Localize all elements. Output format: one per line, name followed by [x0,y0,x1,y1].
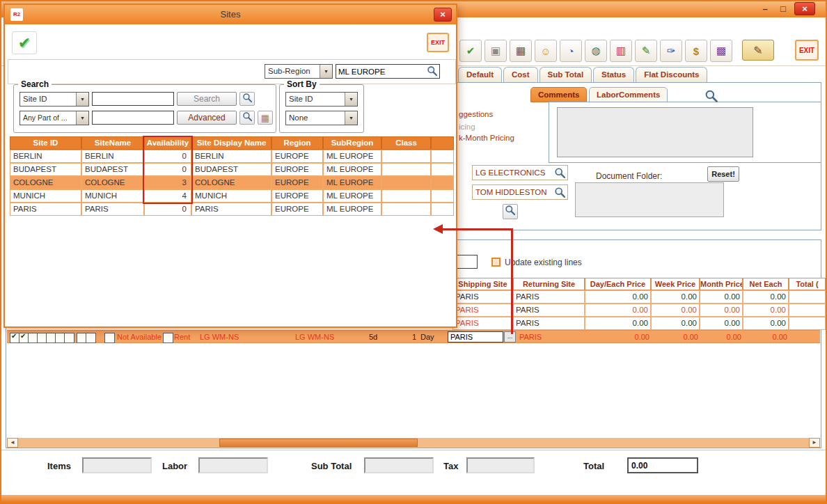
sites-header-site-id[interactable]: Site ID [10,136,81,150]
scrollbar-thumb[interactable] [219,439,418,447]
grid-header-shipping-site[interactable]: Shipping Site [452,278,513,290]
site-row-cell[interactable] [431,203,454,216]
site-row-cell[interactable]: EUROPE [271,189,323,203]
toolbar-schedule-button[interactable]: ◔ [560,40,582,62]
site-row-cell[interactable]: MUNICH [191,189,271,203]
site-row-cell[interactable] [431,189,454,203]
tab-cost[interactable]: Cost [503,67,538,82]
site-row-cell[interactable] [431,163,454,176]
sites-header-subregion[interactable]: SubRegion [323,136,381,150]
contact-search-icon[interactable] [554,187,566,201]
sites-header-region[interactable]: Region [271,136,323,150]
site-row-cell[interactable]: PARIS [81,203,144,216]
contact-field[interactable]: TOM HIDDLESTON [472,184,568,200]
toolbar-feedback-button[interactable]: ☺ [535,40,557,62]
match-mode-combo[interactable]: Any Part of ... [19,111,89,125]
scroll-right-icon[interactable]: ► [809,438,820,448]
sites-header-site-display-name[interactable]: Site Display Name [191,136,271,150]
site-row-cell[interactable]: 0 [144,203,191,216]
tab-default[interactable]: Default [458,67,502,82]
document-folder-area[interactable] [575,182,724,217]
chevron-down-icon[interactable] [345,93,357,106]
toolbar-stamp-button[interactable]: ▣ [485,40,507,62]
scroll-left-icon[interactable]: ◄ [7,438,18,448]
site-row-cell-selected[interactable]: COLOGNE [81,176,144,189]
site-row-cell-selected[interactable] [381,176,431,189]
sites-header-site-name[interactable]: SiteName [81,136,144,150]
grid-cell[interactable]: 0.00 [743,317,789,330]
grid-header-net-each[interactable]: Net Each [743,278,789,290]
line-checkbox[interactable] [64,333,74,343]
tab-comments[interactable]: Comments [530,87,587,102]
site-row-cell[interactable]: EUROPE [271,163,323,176]
toolbar-notes-button[interactable]: ✎ [635,40,657,62]
vendor-field[interactable]: LG ELECTRONICS [472,165,568,180]
maximize-button[interactable]: □ [774,3,792,15]
horizontal-scrollbar[interactable]: ◄ ► [7,438,820,448]
advanced-search-input[interactable] [92,111,174,125]
site-row-cell[interactable] [381,150,431,163]
tab-flat-discounts[interactable]: Flat Discounts [636,67,707,82]
tab-sub-total[interactable]: Sub Total [539,67,592,82]
site-row-cell[interactable] [381,163,431,176]
confirm-button[interactable]: ✔ [12,31,37,54]
site-row-cell[interactable] [381,189,431,203]
grid-cell[interactable] [789,304,826,317]
chevron-down-icon[interactable] [345,111,357,125]
toolbar-approve-button[interactable]: ✔ [459,40,482,62]
site-row-cell-selected[interactable]: COLOGNE [191,176,271,189]
toolbar-sign-button[interactable]: ✑ [660,40,682,62]
selected-line-row[interactable]: Not Available Rent LG WM-NS LG WM-NS 5d … [7,330,820,343]
sites-header-class[interactable]: Class [381,136,431,150]
grid-cell[interactable]: PARIS [513,290,585,304]
sort-secondary-combo[interactable]: None [285,111,358,125]
site-row-cell-selected[interactable]: ML EUROPE [323,176,381,189]
subregion-combo[interactable]: Sub-Region [265,64,333,79]
comments-search-icon[interactable] [704,89,718,103]
vendor-search-icon[interactable] [554,167,566,182]
site-row-cell[interactable]: ML EUROPE [323,150,381,163]
grid-cell[interactable] [789,317,826,330]
quick-search-button[interactable] [239,92,255,106]
close-button[interactable]: × [794,2,815,15]
toolbar-modules-button[interactable]: ▩ [710,40,732,62]
grid-cell[interactable]: 0.00 [700,290,743,304]
grid-cell[interactable]: PARIS [452,304,513,317]
site-row-cell[interactable]: BERLIN [10,150,81,163]
toolbar-billing-button[interactable]: $ [685,40,707,62]
site-row-cell-selected[interactable] [431,176,454,189]
grid-cell[interactable]: 0.00 [743,304,789,317]
subregion-lookup-input[interactable] [336,64,440,79]
ellipsis-lookup-button[interactable]: ... [504,331,516,342]
grid-cell[interactable]: 0.00 [585,290,651,304]
site-row-cell[interactable]: ML EUROPE [323,163,381,176]
search-button[interactable]: Search [177,92,237,106]
site-row-cell[interactable]: PARIS [191,203,271,216]
grid-cell[interactable]: 0.00 [700,317,743,330]
wand-button[interactable]: ✎ [742,40,774,61]
advanced-lookup-button[interactable] [239,111,255,125]
toolbar-catalog-button[interactable]: ▥ [610,40,632,62]
update-existing-lines-checkbox[interactable] [491,258,501,267]
report-button[interactable]: ▦ [258,111,273,125]
site-row-cell[interactable]: PARIS [10,203,81,216]
grid-header-month-price[interactable]: Month Price [700,278,743,290]
grid-cell[interactable]: 0.00 [651,304,700,317]
sort-primary-combo[interactable]: Site ID [285,92,358,107]
site-row-cell[interactable]: EUROPE [271,203,323,216]
grid-header-week-price[interactable]: Week Price [651,278,700,290]
site-row-cell[interactable]: BUDAPEST [10,163,81,176]
grid-cell[interactable]: PARIS [452,317,513,330]
toolbar-print-button[interactable]: ▦ [510,40,532,62]
site-row-cell[interactable] [381,203,431,216]
site-row-cell[interactable]: BERLIN [81,150,144,163]
site-row-cell[interactable]: BERLIN [191,150,271,163]
grid-cell[interactable] [789,290,826,304]
reset-button[interactable]: Reset! [707,166,739,182]
site-row-cell-selected[interactable]: COLOGNE [10,176,81,189]
site-row-cell[interactable]: MUNICH [81,189,144,203]
grid-header-day-each-price[interactable]: Day/Each Price [585,278,651,290]
grid-cell[interactable]: 0.00 [651,317,700,330]
site-row-cell-selected[interactable]: EUROPE [271,176,323,189]
chevron-down-icon[interactable] [320,65,332,78]
